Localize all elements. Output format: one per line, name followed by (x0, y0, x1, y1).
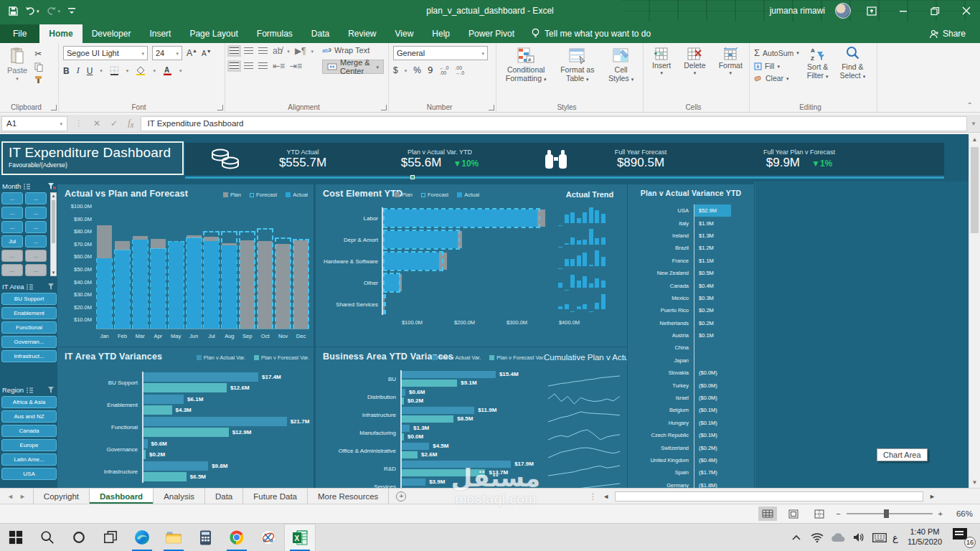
restore-button[interactable] (924, 1, 946, 20)
align-top-icon[interactable] (230, 47, 239, 55)
ribbon-tab-insert[interactable]: Insert (140, 24, 180, 43)
normal-view-icon[interactable] (758, 507, 777, 521)
align-middle-icon[interactable] (244, 47, 253, 55)
month-button-[interactable]: ... (25, 264, 47, 276)
multi-select-icon[interactable] (26, 283, 34, 291)
decrease-indent-icon[interactable]: ⇤≡ (273, 61, 285, 71)
borders-icon[interactable] (110, 66, 119, 75)
it-area-button-functional[interactable]: Functional (1, 321, 57, 334)
taskbar-excel-button[interactable]: X (284, 524, 316, 551)
sheet-tab-data[interactable]: Data (205, 489, 243, 504)
ribbon-tab-power-pivot[interactable]: Power Pivot (459, 24, 524, 43)
ribbon-tab-formulas[interactable]: Formulas (248, 24, 302, 43)
wrap-text-button[interactable]: ab Wrap Text (322, 46, 384, 55)
region-button-europe[interactable]: Europe (1, 439, 57, 451)
onedrive-icon[interactable] (830, 533, 846, 542)
merge-center-button[interactable]: Merge & Center ▾ (322, 60, 384, 74)
bold-icon[interactable]: B (63, 66, 70, 76)
month-button-[interactable]: ... (1, 264, 23, 276)
hscroll-left-icon[interactable]: ◄ (600, 493, 612, 500)
font-color-icon[interactable]: A (163, 66, 172, 75)
shrink-font-icon[interactable]: A▼ (202, 49, 212, 57)
orientation-icon[interactable]: ab̸ (273, 46, 282, 56)
month-button-[interactable]: ... (1, 192, 23, 204)
clear-filter-icon[interactable] (47, 386, 56, 394)
ribbon-display-options-icon[interactable] (861, 1, 882, 20)
region-button-aus-and-nz[interactable]: Aus and NZ (1, 410, 57, 423)
accounting-format-icon[interactable]: $ (393, 65, 398, 75)
taskbar-snipping-tool-button[interactable] (253, 524, 284, 551)
alignment-dialog-launcher[interactable] (381, 105, 387, 110)
font-size-select[interactable]: 24▾ (152, 46, 182, 60)
month-button-jul[interactable]: Jul (1, 235, 23, 248)
action-center-button[interactable]: 16 (951, 527, 976, 548)
undo-icon[interactable]: ▾ (25, 6, 39, 15)
scroll-down-icon[interactable]: ▼ (969, 479, 980, 486)
zoom-slider[interactable] (847, 513, 933, 514)
clear-filter-icon[interactable] (47, 283, 56, 291)
volume-icon[interactable] (851, 532, 867, 542)
comma-style-icon[interactable]: 𝟫 (428, 65, 433, 75)
sheet-nav-left-icon[interactable]: ◄ (7, 493, 14, 500)
close-button[interactable] (956, 1, 977, 20)
paste-dropdown-icon[interactable]: ▾ (16, 76, 19, 81)
align-bottom-icon[interactable] (258, 47, 268, 55)
cut-icon[interactable]: ✂ (34, 49, 44, 59)
ribbon-tab-review[interactable]: Review (339, 24, 385, 43)
conditional-formatting-button[interactable]: ≠ ConditionalFormatting ▾ (502, 46, 550, 100)
number-dialog-launcher[interactable] (489, 105, 494, 110)
number-format-select[interactable]: General▾ (393, 46, 488, 60)
month-button-[interactable]: ... (25, 221, 47, 233)
sheet-nav-right-icon[interactable]: ► (19, 493, 26, 500)
cortana-button[interactable] (63, 524, 95, 551)
region-button-latin-ame[interactable]: Latin Ame... (1, 453, 57, 466)
delete-cells-button[interactable]: Delete▾ (679, 46, 710, 100)
formula-bar-expand-icon[interactable]: ▾ (967, 120, 980, 127)
taskbar-file-explorer-button[interactable] (158, 524, 189, 551)
customize-qat-icon[interactable] (67, 6, 76, 15)
zoom-in-icon[interactable]: + (938, 509, 943, 518)
it-area-button-infrastruct[interactable]: Infrastruct... (1, 350, 57, 362)
month-slicer-scrollbar[interactable]: ▲▼ (50, 192, 57, 276)
month-button-[interactable]: ... (1, 250, 23, 262)
fill-button[interactable]: Fill▾ (754, 62, 799, 70)
page-layout-view-icon[interactable] (784, 507, 803, 521)
font-dialog-launcher[interactable] (217, 105, 223, 110)
signed-in-user[interactable]: jumana rimawi (770, 6, 825, 16)
page-break-view-icon[interactable] (810, 507, 829, 521)
ribbon-tab-data[interactable]: Data (302, 24, 339, 43)
decrease-decimal-icon[interactable]: .00→.0 (455, 65, 464, 75)
task-view-button[interactable] (95, 524, 126, 551)
align-center-icon[interactable] (244, 62, 253, 70)
chart-cost-element-ytd[interactable]: Cost Element YTD PlanForecastActual Actu… (316, 184, 627, 347)
sheet-tab-analysis[interactable]: Analysis (154, 489, 205, 504)
taskbar-clock[interactable]: 1:40 PM 11/5/2020 (903, 527, 946, 547)
zoom-percent[interactable]: 66% (950, 509, 973, 518)
sheet-tab-copyright[interactable]: Copyright (33, 489, 90, 504)
hidden-icons-chevron[interactable] (788, 534, 804, 540)
text-direction-icon[interactable]: ▶¶ (295, 46, 306, 56)
worksheet[interactable]: IT Expenditure Dashboard Favourable/(Adv… (0, 134, 980, 488)
clear-button[interactable]: Clear▾ (754, 74, 799, 83)
multi-select-icon[interactable] (23, 183, 31, 190)
increase-decimal-icon[interactable]: ←.0.00 (440, 65, 449, 75)
month-button-[interactable]: ... (1, 207, 23, 219)
horizontal-scroll-thumb[interactable] (615, 491, 923, 501)
save-icon[interactable] (9, 6, 18, 16)
language-indicator[interactable]: ع (892, 532, 898, 543)
format-as-table-button[interactable]: Format asTable ▾ (557, 46, 598, 100)
clear-filter-icon[interactable] (47, 182, 56, 190)
sheet-tab-future-data[interactable]: Future Data (243, 489, 308, 504)
align-left-icon[interactable] (230, 62, 239, 70)
name-box[interactable]: A1▾ (1, 116, 67, 131)
it-area-button-governan[interactable]: Governan... (1, 336, 57, 348)
wifi-icon[interactable] (809, 532, 825, 542)
sheet-tab-dashboard[interactable]: Dashboard (90, 489, 154, 504)
font-name-select[interactable]: Segoe UI Light▾ (63, 46, 148, 60)
sheet-tab-more-resources[interactable]: More Resources (308, 489, 389, 504)
taskbar-edge-button[interactable] (126, 524, 158, 551)
month-button-[interactable]: ... (25, 250, 47, 262)
collapse-ribbon-icon[interactable]: ⌃ (967, 101, 973, 109)
insert-cells-button[interactable]: Insert▾ (648, 46, 675, 100)
ribbon-tab-home[interactable]: Home (39, 24, 82, 43)
